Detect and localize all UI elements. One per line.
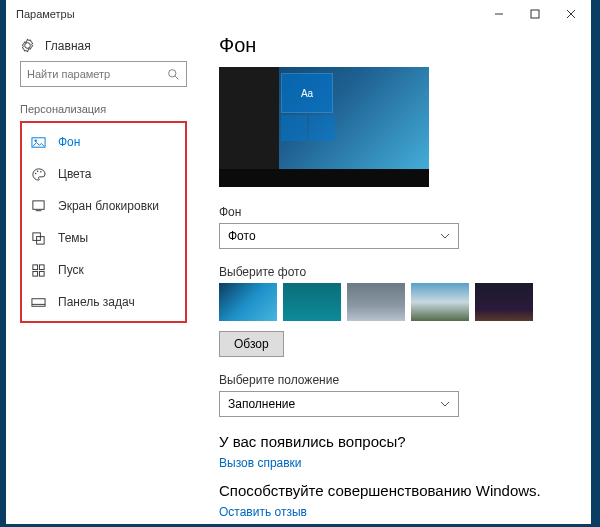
fit-label: Выберите положение [219,373,573,387]
search-input-container[interactable] [20,61,187,87]
nav-item-start[interactable]: Пуск [22,254,185,286]
start-icon [30,262,46,278]
picture-icon [30,134,46,150]
titlebar: Параметры [6,0,591,28]
improve-heading: Способствуйте совершенствованию Windows. [219,482,573,499]
nav-item-background[interactable]: Фон [22,126,185,158]
svg-point-7 [34,139,36,141]
window-controls [481,0,589,28]
background-label: Фон [219,205,573,219]
chevron-down-icon [440,231,450,241]
feedback-link[interactable]: Оставить отзыв [219,505,573,519]
taskbar-icon [30,294,46,310]
sidebar: Главная Персонализация Фон Цвета [6,28,201,524]
nav-item-themes[interactable]: Темы [22,222,185,254]
photo-thumb[interactable] [219,283,277,321]
svg-rect-18 [39,271,44,276]
photo-thumb[interactable] [475,283,533,321]
content-area: Главная Персонализация Фон Цвета [6,28,591,524]
svg-rect-12 [35,210,41,211]
section-label: Персонализация [20,103,187,115]
browse-button[interactable]: Обзор [219,331,284,357]
nav-label: Фон [58,135,80,149]
preview-tile [309,115,335,141]
preview-taskbar [219,169,429,187]
minimize-button[interactable] [481,0,517,28]
chevron-down-icon [440,399,450,409]
close-button[interactable] [553,0,589,28]
maximize-button[interactable] [517,0,553,28]
nav-label: Экран блокировки [58,199,159,213]
desktop-preview: Aa [219,67,429,187]
lockscreen-icon [30,198,46,214]
fit-select[interactable]: Заполнение [219,391,459,417]
svg-rect-1 [531,10,539,18]
gear-icon [20,38,35,53]
palette-icon [30,166,46,182]
home-label: Главная [45,39,91,53]
svg-rect-15 [32,264,37,269]
svg-rect-17 [32,271,37,276]
nav-label: Темы [58,231,88,245]
nav-label: Пуск [58,263,84,277]
window-title: Параметры [16,8,481,20]
background-select[interactable]: Фото [219,223,459,249]
photo-thumb[interactable] [283,283,341,321]
svg-rect-11 [32,200,43,208]
nav-item-lockscreen[interactable]: Экран блокировки [22,190,185,222]
svg-line-5 [175,76,178,79]
main-panel: Фон Aa Фон Фото Выберите фото О [201,28,591,524]
svg-point-4 [169,69,176,76]
svg-rect-19 [31,298,44,306]
page-title: Фон [219,34,573,57]
home-link[interactable]: Главная [20,34,187,61]
svg-point-9 [36,170,38,172]
select-value: Заполнение [228,397,295,411]
svg-point-8 [34,172,36,174]
search-icon [167,68,180,81]
settings-window: Параметры Главная Персонализация [6,0,591,524]
help-link[interactable]: Вызов справки [219,456,573,470]
photo-thumbnails [219,283,573,321]
nav-label: Панель задач [58,295,135,309]
search-input[interactable] [27,68,167,80]
preview-tile-sample: Aa [281,73,333,113]
svg-rect-16 [39,264,44,269]
preview-tile [281,115,307,141]
questions-heading: У вас появились вопросы? [219,433,573,450]
svg-point-10 [40,170,42,172]
highlighted-nav-group: Фон Цвета Экран блокировки Темы Пуск [20,121,187,323]
themes-icon [30,230,46,246]
nav-label: Цвета [58,167,91,181]
photo-thumb[interactable] [411,283,469,321]
photo-thumb[interactable] [347,283,405,321]
nav-item-colors[interactable]: Цвета [22,158,185,190]
choose-photo-label: Выберите фото [219,265,573,279]
select-value: Фото [228,229,256,243]
nav-item-taskbar[interactable]: Панель задач [22,286,185,318]
